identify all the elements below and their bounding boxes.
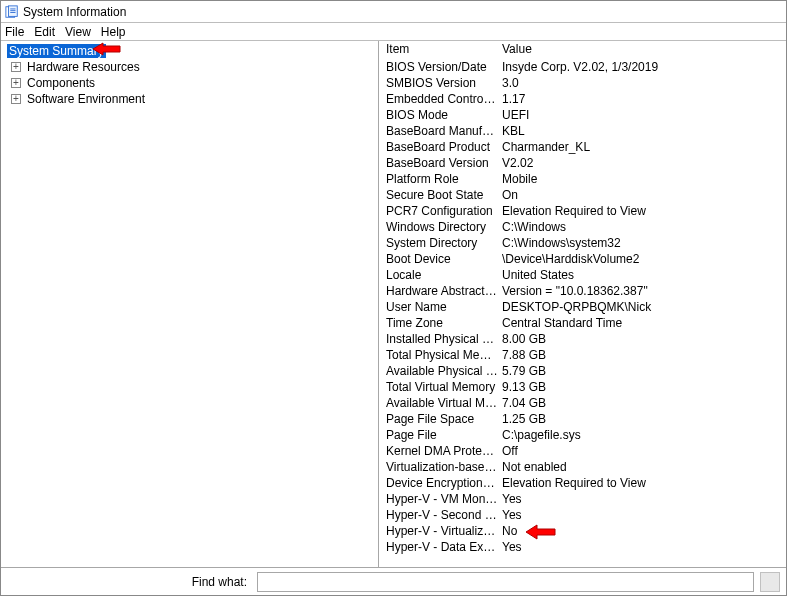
tree-label: Hardware Resources	[25, 60, 142, 74]
cell-item: Kernel DMA Protection	[380, 444, 498, 458]
list-row[interactable]: Virtualization-based se...Not enabled	[380, 459, 786, 475]
cell-item: Device Encryption Supp...	[380, 476, 498, 490]
cell-item: BaseBoard Product	[380, 140, 498, 154]
cell-value: Charmander_KL	[498, 140, 786, 154]
list-row[interactable]: Hyper-V - Second Level...Yes	[380, 507, 786, 523]
list-header[interactable]: Item Value	[380, 41, 786, 57]
expand-icon[interactable]: +	[11, 94, 21, 104]
cell-value: Mobile	[498, 172, 786, 186]
find-input[interactable]	[257, 572, 754, 592]
list-row[interactable]: Platform RoleMobile	[380, 171, 786, 187]
cell-value: 7.04 GB	[498, 396, 786, 410]
cell-item: Hyper-V - Second Level...	[380, 508, 498, 522]
cell-value: 3.0	[498, 76, 786, 90]
cell-item: PCR7 Configuration	[380, 204, 498, 218]
menu-edit[interactable]: Edit	[34, 25, 55, 39]
cell-item: Virtualization-based se...	[380, 460, 498, 474]
cell-item: Total Physical Memory	[380, 348, 498, 362]
list-row[interactable]: Hardware Abstraction L...Version = "10.0…	[380, 283, 786, 299]
cell-item: Available Virtual Memory	[380, 396, 498, 410]
list-row[interactable]: Kernel DMA ProtectionOff	[380, 443, 786, 459]
cell-value: Central Standard Time	[498, 316, 786, 330]
tree-label: Software Environment	[25, 92, 147, 106]
cell-item: Available Physical Mem...	[380, 364, 498, 378]
cell-item: Total Virtual Memory	[380, 380, 498, 394]
cell-value: UEFI	[498, 108, 786, 122]
tree-label: System Summary	[7, 44, 106, 58]
tree-item-hardware-resources[interactable]: + Hardware Resources	[1, 59, 378, 75]
cell-item: Embedded Controller V...	[380, 92, 498, 106]
cell-value: C:\Windows	[498, 220, 786, 234]
list-row[interactable]: User NameDESKTOP-QRPBQMK\Nick	[380, 299, 786, 315]
menu-view[interactable]: View	[65, 25, 91, 39]
main-split: System Summary + Hardware Resources + Co…	[1, 41, 786, 567]
list-row[interactable]: Windows DirectoryC:\Windows	[380, 219, 786, 235]
column-header-item[interactable]: Item	[380, 42, 498, 56]
details-list[interactable]: Item Value BIOS Version/DateInsyde Corp.…	[379, 41, 786, 567]
cell-item: BaseBoard Manufacturer	[380, 124, 498, 138]
list-row[interactable]: Hyper-V - VM Monitor ...Yes	[380, 491, 786, 507]
list-row[interactable]: Page FileC:\pagefile.sys	[380, 427, 786, 443]
cell-item: Boot Device	[380, 252, 498, 266]
find-label: Find what:	[7, 575, 251, 589]
cell-value: V2.02	[498, 156, 786, 170]
cell-item: SMBIOS Version	[380, 76, 498, 90]
nav-tree[interactable]: System Summary + Hardware Resources + Co…	[1, 41, 379, 567]
cell-value: Version = "10.0.18362.387"	[498, 284, 786, 298]
cell-value: C:\pagefile.sys	[498, 428, 786, 442]
tree-root-system-summary[interactable]: System Summary	[1, 43, 378, 59]
menu-file[interactable]: File	[5, 25, 24, 39]
tree-item-components[interactable]: + Components	[1, 75, 378, 91]
expand-icon[interactable]: +	[11, 62, 21, 72]
column-header-value[interactable]: Value	[498, 42, 786, 56]
cell-item: Time Zone	[380, 316, 498, 330]
cell-item: User Name	[380, 300, 498, 314]
cell-value: Not enabled	[498, 460, 786, 474]
cell-item: Installed Physical Mem...	[380, 332, 498, 346]
cell-item: Secure Boot State	[380, 188, 498, 202]
cell-item: Windows Directory	[380, 220, 498, 234]
list-row[interactable]: Hyper-V - Data Executi...Yes	[380, 539, 786, 555]
cell-value: 5.79 GB	[498, 364, 786, 378]
list-row[interactable]: Embedded Controller V...1.17	[380, 91, 786, 107]
list-row[interactable]: PCR7 ConfigurationElevation Required to …	[380, 203, 786, 219]
list-row[interactable]: BaseBoard VersionV2.02	[380, 155, 786, 171]
cell-value: Elevation Required to View	[498, 204, 786, 218]
cell-value: United States	[498, 268, 786, 282]
cell-item: Hardware Abstraction L...	[380, 284, 498, 298]
tree-item-software-environment[interactable]: + Software Environment	[1, 91, 378, 107]
list-row[interactable]: Available Physical Mem...5.79 GB	[380, 363, 786, 379]
list-row[interactable]: Installed Physical Mem...8.00 GB	[380, 331, 786, 347]
find-button[interactable]	[760, 572, 780, 592]
list-row[interactable]: Hyper-V - Virtualizatio...No	[380, 523, 786, 539]
expand-icon[interactable]: +	[11, 78, 21, 88]
cell-item: Page File	[380, 428, 498, 442]
window-title: System Information	[23, 5, 126, 19]
list-row[interactable]: LocaleUnited States	[380, 267, 786, 283]
cell-item: System Directory	[380, 236, 498, 250]
list-row[interactable]: Time ZoneCentral Standard Time	[380, 315, 786, 331]
list-row[interactable]: SMBIOS Version3.0	[380, 75, 786, 91]
list-row[interactable]: BaseBoard ManufacturerKBL	[380, 123, 786, 139]
cell-item: Platform Role	[380, 172, 498, 186]
list-row[interactable]: Secure Boot StateOn	[380, 187, 786, 203]
list-row[interactable]: Page File Space1.25 GB	[380, 411, 786, 427]
find-bar: Find what:	[1, 567, 786, 595]
menu-help[interactable]: Help	[101, 25, 126, 39]
cell-item: BIOS Mode	[380, 108, 498, 122]
list-row[interactable]: BaseBoard ProductCharmander_KL	[380, 139, 786, 155]
cell-item: Locale	[380, 268, 498, 282]
list-row[interactable]: Boot Device\Device\HarddiskVolume2	[380, 251, 786, 267]
list-row[interactable]: System DirectoryC:\Windows\system32	[380, 235, 786, 251]
tree-label: Components	[25, 76, 97, 90]
list-row[interactable]: BIOS ModeUEFI	[380, 107, 786, 123]
cell-value: 1.25 GB	[498, 412, 786, 426]
list-row[interactable]: Device Encryption Supp...Elevation Requi…	[380, 475, 786, 491]
list-row[interactable]: Total Virtual Memory9.13 GB	[380, 379, 786, 395]
list-row[interactable]: Available Virtual Memory7.04 GB	[380, 395, 786, 411]
cell-value: 9.13 GB	[498, 380, 786, 394]
list-rows: BIOS Version/DateInsyde Corp. V2.02, 1/3…	[380, 57, 786, 555]
cell-item: Hyper-V - Virtualizatio...	[380, 524, 498, 538]
list-row[interactable]: BIOS Version/DateInsyde Corp. V2.02, 1/3…	[380, 59, 786, 75]
list-row[interactable]: Total Physical Memory7.88 GB	[380, 347, 786, 363]
